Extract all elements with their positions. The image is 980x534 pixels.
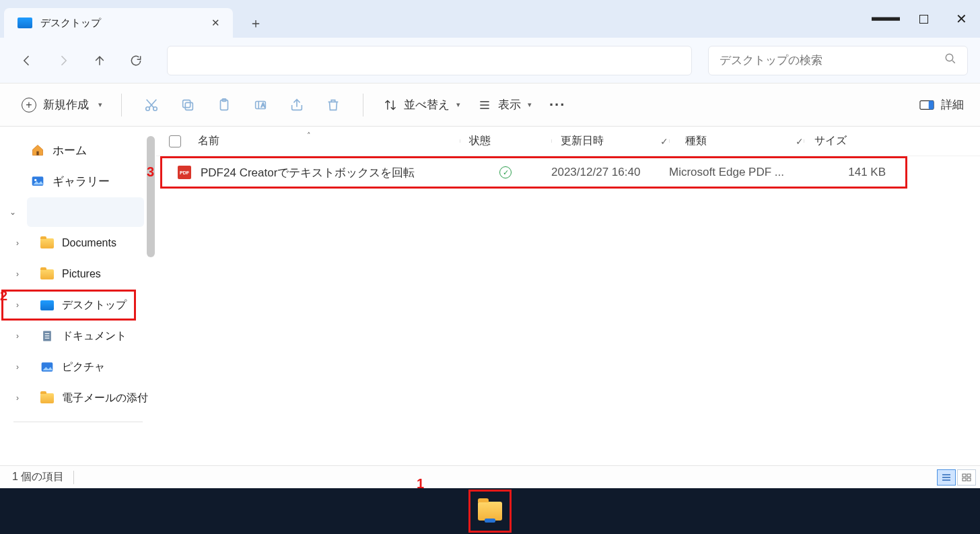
chevron-right-icon: › [16, 238, 19, 248]
sidebar-item-pictures[interactable]: › Pictures [0, 259, 156, 290]
column-label: 名前 [198, 135, 219, 146]
svg-rect-18 [45, 338, 50, 339]
taskbar [0, 488, 980, 534]
svg-rect-11 [929, 100, 934, 109]
sort-button[interactable]: 並べ替え ▾ [377, 92, 467, 119]
chevron-down-icon: ▾ [528, 100, 532, 109]
forward-button[interactable] [48, 46, 78, 75]
svg-point-3 [153, 106, 158, 110]
chevron-down-icon: ▾ [456, 100, 460, 109]
view-icon [478, 98, 491, 112]
svg-point-2 [146, 106, 150, 110]
chevron-right-icon: › [16, 362, 19, 372]
details-pane-icon [919, 100, 934, 110]
file-name: PDF24 Creatorでテキストボックスを回転 [201, 165, 460, 180]
svg-rect-17 [45, 335, 50, 336]
sidebar-item-label: ギャラリー [53, 174, 110, 189]
file-sync-state: ✓ [460, 166, 551, 178]
sidebar-item-desktop[interactable]: › デスクトップ [0, 290, 156, 321]
check-icon: ✓ [660, 136, 668, 147]
column-header-size[interactable]: サイズ [804, 134, 891, 148]
sidebar-item-gallery[interactable]: ギャラリー [0, 166, 156, 197]
new-tab-button[interactable]: ＋ [242, 9, 269, 36]
sidebar-item-pictures-jp[interactable]: › ピクチャ [0, 352, 156, 382]
delete-button[interactable] [317, 92, 349, 119]
up-button[interactable] [85, 46, 114, 75]
chevron-right-icon: › [16, 331, 19, 341]
home-icon [31, 143, 44, 157]
pdf-file-icon [178, 166, 191, 179]
refresh-button[interactable] [121, 46, 151, 75]
list-view-button[interactable] [937, 469, 956, 486]
document-icon [40, 329, 54, 343]
details-label: 詳細 [941, 97, 964, 112]
search-box[interactable] [708, 46, 968, 75]
search-input[interactable] [720, 54, 939, 67]
chevron-down-icon: ⌄ [9, 207, 16, 217]
sidebar-divider [13, 422, 143, 422]
column-label: サイズ [814, 135, 847, 146]
back-button[interactable] [12, 46, 42, 75]
select-all-checkbox[interactable] [156, 135, 194, 147]
paste-button[interactable] [208, 92, 240, 119]
column-header-modified[interactable]: 更新日時 [551, 134, 669, 148]
file-size: 141 KB [804, 166, 891, 179]
file-list-pane: 名前 ˄ 状態 更新日時 ✓ 種類 ✓ サイズ 3 PDF24 Creatorで… [156, 127, 980, 465]
rename-button[interactable]: A [244, 92, 277, 119]
share-button[interactable] [281, 92, 313, 119]
sidebar-item-home[interactable]: ホーム [0, 135, 156, 166]
minimize-button[interactable] [867, 0, 905, 38]
window-tab[interactable]: デスクトップ ✕ [4, 8, 233, 38]
desktop-icon [18, 18, 32, 28]
svg-rect-4 [185, 102, 193, 110]
navigation-bar [0, 38, 980, 84]
check-icon: ✓ [796, 136, 804, 147]
divider [363, 94, 363, 116]
status-bar: 1 個の項目 [0, 465, 980, 488]
column-header-name[interactable]: 名前 ˄ [194, 134, 460, 148]
sort-icon [384, 98, 397, 112]
sidebar-item-expandable[interactable]: ⌄ [0, 197, 156, 228]
sidebar-item-documents[interactable]: › Documents [0, 228, 156, 259]
synced-icon: ✓ [499, 166, 512, 178]
sidebar-item-email-attachments[interactable]: › 電子メールの添付 [0, 382, 156, 413]
grid-view-button[interactable] [957, 469, 976, 486]
search-icon [944, 53, 956, 68]
view-button[interactable]: 表示 ▾ [471, 92, 538, 119]
sidebar-blank-entry [27, 197, 144, 227]
chevron-right-icon: › [16, 300, 19, 310]
titlebar: デスクトップ ✕ ＋ ✕ [0, 0, 980, 38]
command-toolbar: + 新規作成 ▾ A 並べ替え ▾ 表示 ▾ ··· 詳細 [0, 84, 980, 127]
maximize-button[interactable] [905, 0, 942, 38]
view-mode-toggles [937, 469, 976, 486]
divider [121, 94, 122, 116]
folder-icon [40, 238, 54, 248]
cut-button[interactable] [135, 92, 168, 119]
svg-rect-21 [967, 474, 971, 477]
close-tab-icon[interactable]: ✕ [207, 15, 223, 31]
column-label: 状態 [469, 135, 491, 146]
address-bar[interactable] [167, 46, 692, 75]
sort-indicator-icon: ˄ [307, 131, 311, 140]
file-modified: 2023/12/27 16:40 [551, 166, 669, 179]
svg-rect-23 [967, 478, 971, 481]
chevron-right-icon: › [16, 393, 19, 403]
column-headers: 名前 ˄ 状態 更新日時 ✓ 種類 ✓ サイズ [156, 127, 980, 156]
column-header-state[interactable]: 状態 [460, 134, 551, 148]
new-button[interactable]: + 新規作成 ▾ [16, 92, 108, 119]
chevron-down-icon: ▾ [98, 100, 102, 109]
taskbar-file-explorer-button[interactable] [474, 495, 506, 527]
more-button[interactable]: ··· [542, 92, 572, 119]
svg-text:A: A [261, 102, 265, 108]
sidebar-item-documents-jp[interactable]: › ドキュメント [0, 321, 156, 352]
view-label: 表示 [498, 97, 521, 112]
picture-icon [40, 360, 54, 374]
column-header-type[interactable]: 種類 [669, 134, 804, 148]
details-pane-button[interactable]: 詳細 [919, 97, 964, 112]
sidebar-item-label: ピクチャ [62, 360, 105, 374]
file-explorer-icon [478, 502, 502, 521]
close-window-button[interactable]: ✕ [942, 0, 980, 38]
file-row[interactable]: PDF24 Creatorでテキストボックスを回転 ✓ 2023/12/27 1… [156, 156, 980, 189]
svg-rect-22 [963, 478, 966, 481]
copy-button[interactable] [172, 92, 204, 119]
